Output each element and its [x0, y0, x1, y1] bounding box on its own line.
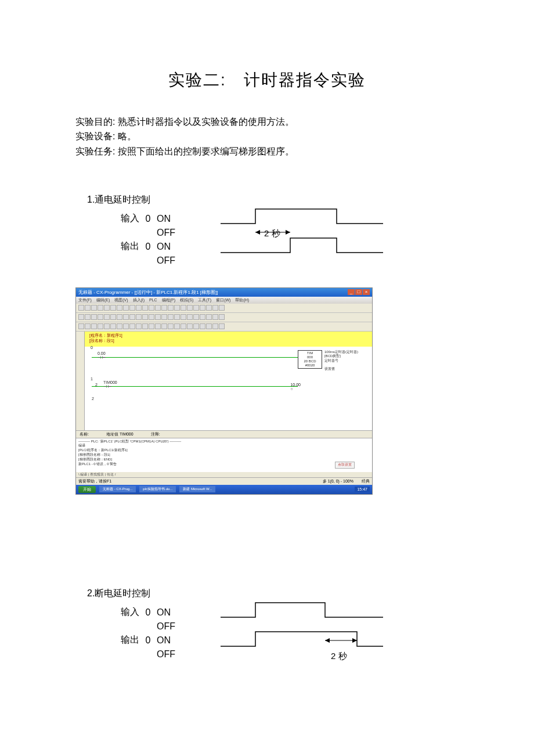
output-panel[interactable]: ---------- PLC: '新PLC1' (PLC机型 'CPM1(CPM…: [76, 438, 372, 472]
toolbar-icon[interactable]: [149, 314, 154, 320]
toolbar-icon[interactable]: [98, 323, 103, 329]
toolbar-icon[interactable]: [174, 323, 180, 329]
toolbar-icon[interactable]: [98, 314, 103, 320]
toolbar-icon[interactable]: [219, 314, 225, 320]
output-tabs[interactable]: \ 编译 | 查找报表 | 传送 /: [76, 472, 372, 477]
toolbar-icon[interactable]: [85, 305, 91, 311]
toolbar-icon[interactable]: [161, 323, 167, 329]
toolbar-icon[interactable]: [161, 305, 167, 311]
toolbar-icon[interactable]: [78, 323, 84, 329]
menu-simulate[interactable]: 模拟(S): [180, 298, 193, 302]
toolbar-icon[interactable]: [155, 305, 161, 311]
toolbar-icon[interactable]: [91, 305, 97, 311]
toolbar-icon[interactable]: [181, 305, 186, 311]
toolbar-icon[interactable]: [206, 305, 212, 311]
taskbar-item[interactable]: plc实验指导书.do...: [139, 486, 176, 492]
toolbar-icon[interactable]: [78, 305, 84, 311]
toolbar-icon[interactable]: [136, 305, 142, 311]
toolbar-row1[interactable]: [76, 304, 372, 313]
toolbar-icon[interactable]: [91, 323, 97, 329]
ladder-canvas[interactable]: [程序名：新程序1] [段名称：段1] 0 0.00⊣ ⊢ TIM 000: [85, 332, 372, 430]
toolbar-icon[interactable]: [219, 323, 225, 329]
toolbar-icon[interactable]: [181, 323, 186, 329]
toolbar-icon[interactable]: [123, 314, 129, 320]
toolbar-icon[interactable]: [142, 305, 148, 311]
toolbar-icon[interactable]: [187, 314, 193, 320]
toolbar-icon[interactable]: [136, 314, 142, 320]
toolbar-icon[interactable]: [200, 323, 205, 329]
minimize-icon[interactable]: _: [348, 289, 355, 295]
toolbar-icon[interactable]: [129, 314, 135, 320]
toolbar-icon[interactable]: [91, 314, 97, 320]
menu-program[interactable]: 编程(P): [162, 298, 175, 302]
toolbar-icon[interactable]: [110, 323, 116, 329]
toolbar-icon[interactable]: [219, 305, 225, 311]
contact-tim000[interactable]: TIM000⊣ ⊢: [103, 380, 117, 389]
window-controls[interactable]: _□×: [347, 289, 370, 296]
toolbar-icon[interactable]: [78, 314, 84, 320]
coil-10.00[interactable]: 10.00○: [290, 383, 301, 391]
taskbar-item[interactable]: 无标题 - CX-Prog...: [99, 486, 136, 492]
toolbar-icon[interactable]: [187, 305, 193, 311]
toolbar-icon[interactable]: [123, 323, 129, 329]
toolbar-icon[interactable]: [117, 323, 122, 329]
toolbar-icon[interactable]: [149, 305, 154, 311]
menu-view[interactable]: 视图(V): [114, 298, 128, 302]
toolbar-icon[interactable]: [110, 314, 116, 320]
click-settings-button[interactable]: 点取设置: [335, 462, 355, 469]
toolbar-icon[interactable]: [206, 323, 212, 329]
toolbar-icon[interactable]: [193, 323, 199, 329]
toolbar-icon[interactable]: [136, 323, 142, 329]
menu-window[interactable]: 窗口(W): [216, 298, 230, 302]
windows-taskbar[interactable]: 开始 无标题 - CX-Prog... plc实验指导书.do... 新建 Mi…: [76, 485, 372, 494]
toolbar-icon[interactable]: [168, 323, 174, 329]
toolbar-icon[interactable]: [117, 314, 122, 320]
toolbar-icon[interactable]: [104, 305, 110, 311]
menubar[interactable]: 文件(F) 编辑(E) 视图(V) 插入(I) PLC 编程(P) 模拟(S) …: [76, 297, 372, 304]
menu-tools[interactable]: 工具(T): [198, 298, 211, 302]
ladder-rung-0[interactable]: 0 0.00⊣ ⊢ TIM 000 20 BCD #0020 100ms定时: [92, 350, 367, 379]
toolbar-icon[interactable]: [212, 314, 218, 320]
maximize-icon[interactable]: □: [355, 289, 362, 295]
toolbar-icon[interactable]: [200, 305, 205, 311]
toolbar-icon[interactable]: [168, 305, 174, 311]
toolbar-icon[interactable]: [168, 314, 174, 320]
menu-plc[interactable]: PLC: [149, 298, 157, 302]
toolbar-icon[interactable]: [104, 314, 110, 320]
toolbar-icon[interactable]: [104, 323, 110, 329]
toolbar-icon[interactable]: [174, 314, 180, 320]
toolbar-icon[interactable]: [129, 305, 135, 311]
taskbar-item[interactable]: 新建 Microsoft W...: [179, 486, 215, 492]
menu-file[interactable]: 文件(F): [78, 298, 92, 302]
toolbar-row2[interactable]: [76, 313, 372, 322]
toolbar-icon[interactable]: [149, 323, 154, 329]
toolbar-icon[interactable]: [123, 305, 129, 311]
toolbar-icon[interactable]: [117, 305, 122, 311]
toolbar-icon[interactable]: [174, 305, 180, 311]
close-icon[interactable]: ×: [363, 289, 370, 295]
menu-help[interactable]: 帮助(H): [235, 298, 249, 302]
menu-edit[interactable]: 编辑(E): [96, 298, 110, 302]
toolbar-icon[interactable]: [142, 314, 148, 320]
contact-0.00[interactable]: 0.00⊣ ⊢: [98, 351, 106, 360]
toolbar-icon[interactable]: [187, 323, 193, 329]
toolbar-icon[interactable]: [206, 314, 212, 320]
toolbar-icon[interactable]: [142, 323, 148, 329]
toolbar-icon[interactable]: [181, 314, 186, 320]
tim-instruction-box[interactable]: TIM 000 20 BCD #0020: [298, 350, 322, 369]
toolbar-icon[interactable]: [155, 314, 161, 320]
toolbar-icon[interactable]: [110, 305, 116, 311]
toolbar-icon[interactable]: [85, 323, 91, 329]
system-tray-clock[interactable]: 15:47: [355, 487, 370, 492]
toolbar-icon[interactable]: [193, 314, 199, 320]
toolbar-icon[interactable]: [212, 323, 218, 329]
toolbar-icon[interactable]: [98, 305, 103, 311]
toolbar-icon[interactable]: [129, 323, 135, 329]
menu-insert[interactable]: 插入(I): [133, 298, 145, 302]
toolbar-icon[interactable]: [85, 314, 91, 320]
toolbar-icon[interactable]: [161, 314, 167, 320]
start-button[interactable]: 开始: [78, 486, 96, 493]
toolbar-icon[interactable]: [212, 305, 218, 311]
toolbar-icon[interactable]: [155, 323, 161, 329]
toolbar-icon[interactable]: [193, 305, 199, 311]
